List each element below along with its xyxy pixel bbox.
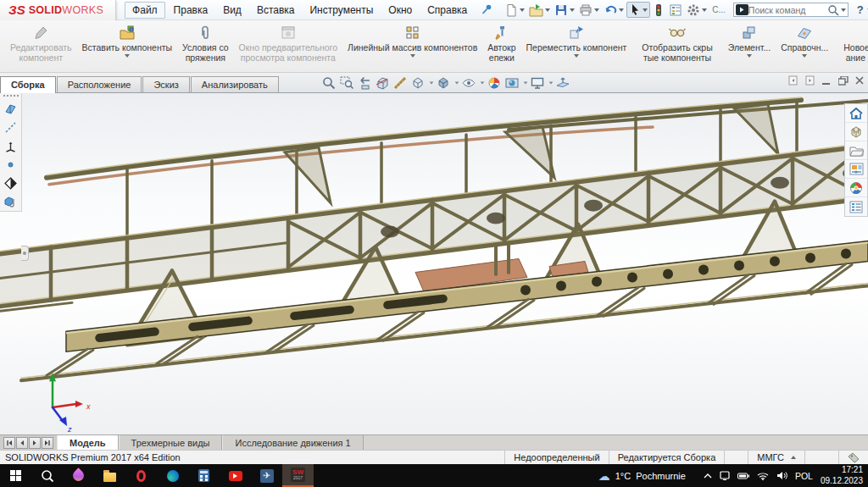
- component-icon[interactable]: [3, 195, 19, 209]
- design-library-icon[interactable]: [845, 123, 867, 141]
- hide-show-caret[interactable]: [481, 81, 485, 84]
- youtube-app-icon[interactable]: [220, 464, 251, 487]
- previous-view-icon[interactable]: [356, 75, 373, 91]
- airplane-app-icon[interactable]: ✈: [251, 464, 282, 487]
- weather-widget[interactable]: ☁ 1°C Pochmurnie: [598, 470, 686, 482]
- zoom-fit-icon[interactable]: [320, 75, 337, 91]
- 3d-views-icon[interactable]: [554, 75, 571, 91]
- move-component-button[interactable]: Переместить компонент: [521, 22, 632, 72]
- save-icon[interactable]: [553, 3, 576, 18]
- tab-3d-views[interactable]: Трехмерные виды: [119, 435, 223, 450]
- menu-edit[interactable]: Правка: [167, 3, 215, 18]
- menu-tools[interactable]: Инструменты: [303, 3, 380, 18]
- help-button[interactable]: ?: [857, 3, 864, 16]
- rebuild-icon[interactable]: [651, 3, 666, 18]
- custom-properties-icon[interactable]: [845, 197, 867, 216]
- tab-sketch[interactable]: Эскиз: [142, 76, 189, 92]
- search-input[interactable]: [748, 5, 827, 15]
- new-motion-study-button[interactable]: Новое исследование движения: [838, 22, 868, 72]
- solidworks-logo[interactable]: ЗS SOLID WORKS: [0, 0, 116, 20]
- windows-start-icon[interactable]: [0, 464, 31, 487]
- tab-assembly[interactable]: Сборка: [0, 76, 56, 93]
- mate-group-icon[interactable]: [3, 176, 19, 191]
- undo-icon[interactable]: [602, 3, 626, 18]
- zoom-area-icon[interactable]: [338, 75, 355, 91]
- search-magnifier-icon[interactable]: [827, 4, 839, 16]
- doc-close-button[interactable]: [855, 76, 865, 86]
- apply-scene-caret[interactable]: [524, 81, 528, 84]
- doc-next-icon[interactable]: [805, 75, 815, 86]
- qat-overflow-label[interactable]: C...: [712, 5, 726, 14]
- wing-frame-model[interactable]: x z: [0, 93, 868, 434]
- search-command-icon[interactable]: [736, 4, 748, 15]
- doc-minimize-button[interactable]: [822, 76, 832, 86]
- assembly-plane-icon[interactable]: [3, 102, 19, 116]
- insert-components-button[interactable]: Вставить компоненты: [77, 22, 178, 72]
- display-style-caret[interactable]: [455, 81, 459, 84]
- point-icon[interactable]: [3, 158, 19, 172]
- doc-previous-icon[interactable]: [788, 75, 798, 86]
- select-cursor-icon[interactable]: [626, 2, 650, 18]
- tab-layout[interactable]: Расположение: [57, 76, 142, 92]
- smart-fasteners-button[interactable]: Автокрепежи: [482, 22, 520, 72]
- doc-restore-button[interactable]: [838, 76, 849, 86]
- apply-scene-icon[interactable]: [504, 75, 520, 91]
- tag-icon[interactable]: [838, 451, 868, 464]
- view-orientation-caret[interactable]: [430, 81, 434, 84]
- show-hidden-components-button[interactable]: Отобразить скрытые компоненты: [637, 22, 717, 72]
- tab-scroll-next-button[interactable]: [29, 437, 41, 449]
- menu-view[interactable]: Вид: [216, 3, 248, 18]
- search-scope-caret[interactable]: [841, 8, 846, 12]
- reference-geometry-button[interactable]: Справочн...: [776, 22, 833, 72]
- sketch-line-icon[interactable]: [3, 120, 19, 135]
- tab-scroll-last-button[interactable]: [42, 437, 53, 449]
- options-gear-icon[interactable]: [685, 3, 709, 18]
- calculator-app-icon[interactable]: [188, 464, 220, 487]
- print-icon[interactable]: [577, 3, 601, 18]
- origin-icon[interactable]: [3, 139, 19, 153]
- display-style-icon[interactable]: [435, 75, 452, 91]
- edit-appearance-icon[interactable]: [486, 75, 503, 91]
- display-settings-icon[interactable]: [667, 3, 684, 18]
- new-document-icon[interactable]: [503, 3, 526, 18]
- tray-volume-icon[interactable]: [776, 471, 787, 480]
- menu-help[interactable]: Справка: [420, 3, 474, 18]
- edit-component-button[interactable]: Редактироватькомпонент: [5, 22, 77, 72]
- linear-pattern-button[interactable]: Линейный массив компонентов: [342, 22, 482, 72]
- tab-motion-study-1[interactable]: Исследование движения 1: [222, 435, 363, 450]
- mates-button[interactable]: Условия сопряжения: [177, 22, 234, 72]
- units-selector[interactable]: ММГС: [748, 451, 804, 464]
- tray-chevron-icon[interactable]: [704, 473, 712, 479]
- tab-model[interactable]: Модель: [57, 435, 119, 450]
- assembly-features-button[interactable]: Элемент...: [723, 22, 776, 72]
- tray-battery-icon[interactable]: [737, 473, 749, 479]
- opera-app-icon[interactable]: [125, 464, 157, 487]
- splitter-handle[interactable]: [3, 95, 19, 97]
- tray-device-icon[interactable]: [720, 471, 730, 480]
- explorer-app-icon[interactable]: [94, 464, 125, 487]
- menu-window[interactable]: Окно: [381, 3, 419, 18]
- taskbar-clock[interactable]: 17:21 09.12.2023: [821, 465, 863, 486]
- file-explorer-pane-icon[interactable]: [845, 141, 867, 160]
- solidworks-app-icon[interactable]: SW2017: [282, 464, 314, 487]
- measure-icon[interactable]: [392, 75, 409, 91]
- component-preview-button[interactable]: Окно предварительногопросмотра компонент…: [234, 22, 342, 72]
- language-indicator[interactable]: POL: [795, 471, 813, 481]
- appearances-icon[interactable]: [845, 179, 867, 197]
- gradient-drop-app-icon[interactable]: [63, 464, 94, 487]
- section-view-icon[interactable]: [374, 75, 391, 91]
- taskbar-search-icon[interactable]: [31, 464, 63, 487]
- edge-app-icon[interactable]: [157, 464, 188, 487]
- graphics-area[interactable]: x z: [0, 93, 868, 434]
- hide-show-icon[interactable]: [460, 75, 477, 91]
- tab-scroll-prev-button[interactable]: [16, 437, 28, 449]
- view-orientation-icon[interactable]: [409, 75, 426, 91]
- tray-wifi-icon[interactable]: [757, 472, 769, 480]
- featuremanager-flyout-handle[interactable]: [21, 246, 29, 261]
- menu-file[interactable]: Файл: [125, 2, 165, 19]
- menu-insert[interactable]: Вставка: [250, 3, 302, 18]
- home-icon[interactable]: [845, 104, 867, 123]
- open-icon[interactable]: [527, 3, 552, 18]
- pushpin-icon[interactable]: [481, 3, 492, 17]
- view-settings-caret[interactable]: [549, 81, 554, 84]
